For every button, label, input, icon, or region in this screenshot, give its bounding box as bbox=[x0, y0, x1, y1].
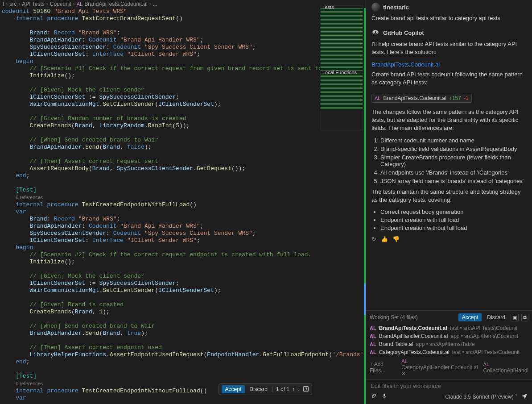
chat-input-area: Edit files in your workspace Claude 3.5 … bbox=[366, 379, 532, 404]
arrow-up-icon[interactable]: ↑ bbox=[292, 386, 295, 392]
al-file-icon: AL bbox=[370, 350, 376, 355]
numbered-list: Different codeunit number and nameBrand-… bbox=[380, 137, 527, 184]
al-file-icon: AL bbox=[483, 362, 489, 367]
attach-icon[interactable] bbox=[371, 393, 377, 400]
discard-button[interactable]: Discard bbox=[484, 313, 508, 321]
list-item: Different codeunit number and name bbox=[380, 137, 527, 144]
thumbs-up-icon[interactable]: 👍 bbox=[381, 236, 388, 242]
thumbs-down-icon[interactable]: 👎 bbox=[392, 236, 400, 242]
code-body[interactable]: codeunit 50160 "Brand Api Tests WRS" int… bbox=[0, 8, 366, 404]
working-set-file[interactable]: AL BrandApiHandler.Codeunit.al app • src… bbox=[370, 332, 528, 340]
username: tinestaric bbox=[383, 4, 409, 11]
minimap[interactable]: Tests Local Functions bbox=[320, 5, 363, 130]
copilot-header: GitHub Copilot bbox=[371, 29, 527, 37]
send-icon[interactable] bbox=[521, 393, 528, 400]
crumb[interactable]: src bbox=[9, 1, 16, 7]
close-icon[interactable]: ✕ bbox=[401, 371, 406, 377]
layout-icon[interactable]: ▣ bbox=[511, 314, 519, 321]
list-item: All endpoints use '/Brands' instead of '… bbox=[380, 169, 527, 176]
al-file-icon: AL bbox=[370, 342, 376, 347]
retry-icon[interactable]: ↻ bbox=[371, 236, 376, 242]
scroll-thumb[interactable] bbox=[364, 283, 366, 315]
working-set-file[interactable]: AL CategoryApiTests.Codeunit.al test • s… bbox=[370, 348, 528, 356]
svg-rect-4 bbox=[384, 394, 385, 396]
list-item: Simpler CreateBrands procedure (fewer fi… bbox=[380, 154, 527, 167]
suggestion-counter: 1 of 1 bbox=[272, 386, 289, 392]
working-set-file[interactable]: AL BrandApiTests.Codeunit.al test • src\… bbox=[370, 324, 528, 332]
al-file-icon: AL bbox=[401, 358, 407, 364]
svg-point-2 bbox=[376, 31, 378, 33]
arrow-down-icon[interactable]: ↓ bbox=[297, 386, 300, 392]
al-file-icon: AL bbox=[77, 1, 82, 7]
bullet-list: Correct request body generationEndpoint … bbox=[380, 208, 527, 231]
list-item: Brand-specific field validations in Asse… bbox=[380, 146, 527, 152]
assistant-text: Create brand API tests codeunit followin… bbox=[371, 71, 527, 87]
add-files-button[interactable]: + Add Files... bbox=[370, 361, 396, 374]
added-lines: +157 bbox=[449, 95, 461, 101]
removed-lines: -1 bbox=[464, 95, 469, 101]
list-item: Endpoint creation without full load bbox=[380, 225, 527, 231]
assistant-text: I'll help create brand API tests similar… bbox=[371, 40, 527, 56]
assistant-name: GitHub Copilot bbox=[383, 29, 424, 36]
discard-button[interactable]: Discard bbox=[247, 385, 269, 393]
crumb[interactable]: t bbox=[3, 1, 4, 7]
file-link[interactable]: BrandApiTests.Codeunit.al bbox=[371, 61, 440, 68]
code-editor[interactable]: codeunit 50160 "Brand Api Tests WRS" int… bbox=[0, 8, 367, 404]
working-set-file[interactable]: AL Brand.Table.al app • src\Api\Items\Ta… bbox=[370, 340, 528, 348]
model-picker[interactable]: Claude 3.5 Sonnet (Preview) ˅ bbox=[445, 394, 518, 400]
list-item: Correct request body generation bbox=[380, 208, 527, 215]
popout-icon[interactable] bbox=[303, 386, 309, 393]
working-set: Working Set (4 files) Accept Discard ▣ ⧉… bbox=[366, 310, 532, 379]
user-message: Create brand api tests similar to catego… bbox=[371, 14, 527, 22]
crumb[interactable]: Codeunit bbox=[50, 1, 71, 7]
minimap-section: Local Functions bbox=[321, 71, 363, 74]
inline-suggestion-toolbar: Accept Discard 1 of 1 ↑ ↓ bbox=[219, 383, 312, 395]
accept-button[interactable]: Accept bbox=[222, 385, 245, 393]
al-file-icon: AL bbox=[370, 325, 376, 331]
chip-file: BrandApiTests.Codeunit.al bbox=[383, 95, 446, 101]
avatar bbox=[371, 3, 380, 12]
message-actions: ↻ 👍 👎 bbox=[371, 236, 527, 242]
crumb[interactable]: API Tests bbox=[22, 1, 44, 7]
crumb[interactable]: BrandApiTests.Codeunit.al bbox=[84, 1, 147, 7]
assistant-text: The tests maintain the same structure an… bbox=[371, 188, 527, 204]
chat-input[interactable]: Edit files in your workspace bbox=[371, 383, 528, 389]
context-file[interactable]: CollectionApiHandl bbox=[483, 367, 528, 374]
breadcrumb[interactable]: t› src› API Tests› Codeunit› AL BrandApi… bbox=[0, 0, 366, 8]
overview-ruler[interactable] bbox=[364, 8, 366, 404]
copilot-chat-pane: tinestaric Create brand api tests simila… bbox=[366, 0, 532, 404]
editor-pane: t› src› API Tests› Codeunit› AL BrandApi… bbox=[0, 0, 366, 404]
copilot-icon bbox=[371, 29, 379, 37]
working-set-title: Working Set (4 files) bbox=[370, 314, 418, 321]
svg-point-1 bbox=[373, 31, 375, 33]
svg-rect-0 bbox=[304, 386, 309, 391]
al-file-icon: AL bbox=[370, 333, 376, 339]
crumb[interactable]: ... bbox=[153, 1, 157, 7]
chevron-down-icon: ˅ bbox=[515, 394, 518, 400]
assistant-text: The changes follow the same pattern as t… bbox=[371, 108, 527, 133]
popout-icon[interactable]: ⧉ bbox=[521, 314, 528, 321]
chat-user-header: tinestaric bbox=[371, 3, 527, 12]
file-diff-chip[interactable]: AL BrandApiTests.Codeunit.al +157 -1 bbox=[371, 94, 472, 103]
list-item: Endpoint creation with full load bbox=[380, 217, 527, 223]
context-file[interactable]: CategoryApiHandler.Codeunit.al bbox=[401, 364, 478, 371]
microphone-icon[interactable] bbox=[381, 393, 388, 400]
list-item: JSON array field name is 'brands' instea… bbox=[380, 178, 527, 184]
al-file-icon: AL bbox=[375, 96, 380, 101]
accept-button[interactable]: Accept bbox=[458, 313, 482, 321]
